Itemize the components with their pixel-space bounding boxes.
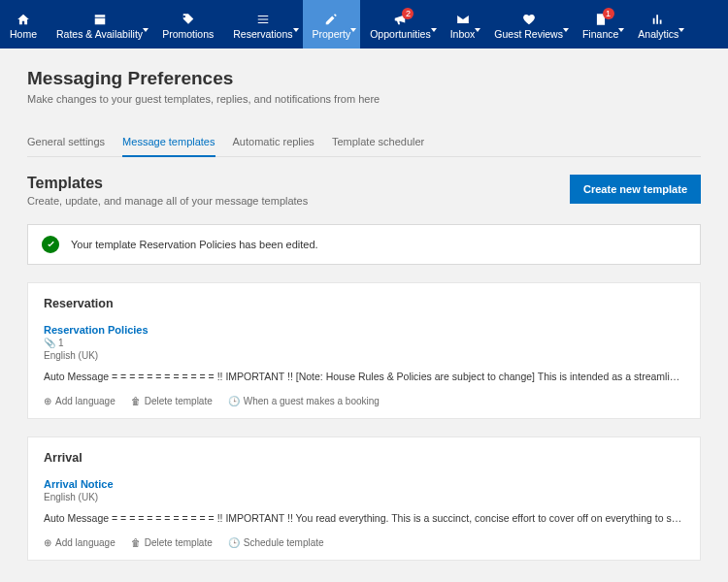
nav-inbox[interactable]: Inbox xyxy=(441,0,485,48)
alert-text: Your template Reservation Policies has b… xyxy=(71,239,318,250)
nav-label: Property xyxy=(313,28,351,40)
nav-opportunities[interactable]: 2 Opportunities xyxy=(360,0,440,48)
chevron-down-icon xyxy=(350,28,356,32)
top-nav: Home Rates & Availability Promotions Res… xyxy=(0,0,728,48)
badge: 1 xyxy=(603,8,614,19)
template-language: English (UK) xyxy=(44,492,684,502)
home-icon xyxy=(16,11,31,28)
nav-home[interactable]: Home xyxy=(0,0,47,48)
chevron-down-icon xyxy=(143,28,149,32)
nav-label: Reservations xyxy=(233,28,292,40)
chevron-down-icon xyxy=(678,28,684,32)
template-title-link[interactable]: Reservation Policies xyxy=(44,324,684,336)
add-language-action[interactable]: ⊕Add language xyxy=(44,537,116,548)
success-alert: Your template Reservation Policies has b… xyxy=(27,224,701,265)
nav-label: Analytics xyxy=(638,28,678,40)
nav-rates[interactable]: Rates & Availability xyxy=(47,0,152,48)
attachment-icon: 📎 xyxy=(44,338,55,348)
nav-label: Finance xyxy=(582,28,618,40)
section-title: Templates xyxy=(27,175,308,192)
tab-scheduler[interactable]: Template scheduler xyxy=(332,130,424,156)
calculator-icon: 1 xyxy=(593,11,609,28)
card-category: Arrival xyxy=(44,451,684,465)
nav-reviews[interactable]: Guest Reviews xyxy=(484,0,573,48)
nav-label: Home xyxy=(10,28,37,40)
delete-template-action[interactable]: 🗑Delete template xyxy=(131,396,213,406)
chevron-down-icon xyxy=(618,28,624,32)
chevron-down-icon xyxy=(293,28,299,32)
nav-promotions[interactable]: Promotions xyxy=(152,0,223,48)
template-preview: Auto Message = = = = = = = = = = = = !! … xyxy=(44,512,684,524)
template-card: Reservation Reservation Policies 📎1 Engl… xyxy=(27,282,701,419)
schedule-template-action[interactable]: 🕒When a guest makes a booking xyxy=(228,396,380,406)
bar-chart-icon xyxy=(650,11,666,28)
chevron-down-icon xyxy=(563,28,569,32)
template-preview: Auto Message = = = = = = = = = = = = !! … xyxy=(44,371,684,382)
tab-general[interactable]: General settings xyxy=(27,130,105,156)
tab-templates[interactable]: Message templates xyxy=(122,130,215,157)
clock-icon: 🕒 xyxy=(228,537,240,548)
nav-analytics[interactable]: Analytics xyxy=(628,0,688,48)
delete-template-action[interactable]: 🗑Delete template xyxy=(131,537,213,548)
chevron-down-icon xyxy=(431,28,437,32)
page-title: Messaging Preferences xyxy=(27,68,701,89)
section-subtitle: Create, update, and manage all of your m… xyxy=(27,195,308,207)
plus-circle-icon: ⊕ xyxy=(44,396,51,406)
schedule-template-action[interactable]: 🕒Schedule template xyxy=(228,537,324,548)
calendar-icon xyxy=(92,11,108,28)
nav-label: Guest Reviews xyxy=(494,28,563,40)
template-language: English (UK) xyxy=(44,350,684,361)
page-content: Messaging Preferences Make changes to yo… xyxy=(0,48,728,572)
template-title-link[interactable]: Arrival Notice xyxy=(44,478,684,490)
tab-replies[interactable]: Automatic replies xyxy=(233,130,314,156)
pencil-icon xyxy=(323,11,339,28)
nav-property[interactable]: Property xyxy=(303,0,361,48)
create-template-button[interactable]: Create new template xyxy=(570,175,701,204)
template-card: Arrival Arrival Notice English (UK) Auto… xyxy=(27,436,701,561)
trash-icon: 🗑 xyxy=(131,537,141,548)
list-icon xyxy=(255,11,271,28)
clock-icon: 🕒 xyxy=(228,396,240,406)
check-circle-icon xyxy=(42,236,59,253)
nav-label: Opportunities xyxy=(370,28,430,40)
badge: 2 xyxy=(402,8,414,19)
megaphone-icon: 2 xyxy=(392,11,408,28)
nav-finance[interactable]: 1 Finance xyxy=(573,0,628,48)
nav-label: Inbox xyxy=(450,28,476,40)
subnav-tabs: General settings Message templates Autom… xyxy=(27,130,701,157)
trash-icon: 🗑 xyxy=(131,396,141,406)
attach-count: 1 xyxy=(58,338,64,348)
tag-icon xyxy=(181,11,196,28)
card-category: Reservation xyxy=(44,297,684,310)
page-subtitle: Make changes to your guest templates, re… xyxy=(27,93,701,105)
nav-label: Rates & Availability xyxy=(56,28,143,40)
heart-icon xyxy=(521,11,537,28)
nav-reservations[interactable]: Reservations xyxy=(223,0,302,48)
mail-icon xyxy=(455,11,471,28)
nav-label: Promotions xyxy=(162,28,214,40)
plus-circle-icon: ⊕ xyxy=(44,537,51,548)
add-language-action[interactable]: ⊕Add language xyxy=(44,396,116,406)
chevron-down-icon xyxy=(475,28,480,32)
